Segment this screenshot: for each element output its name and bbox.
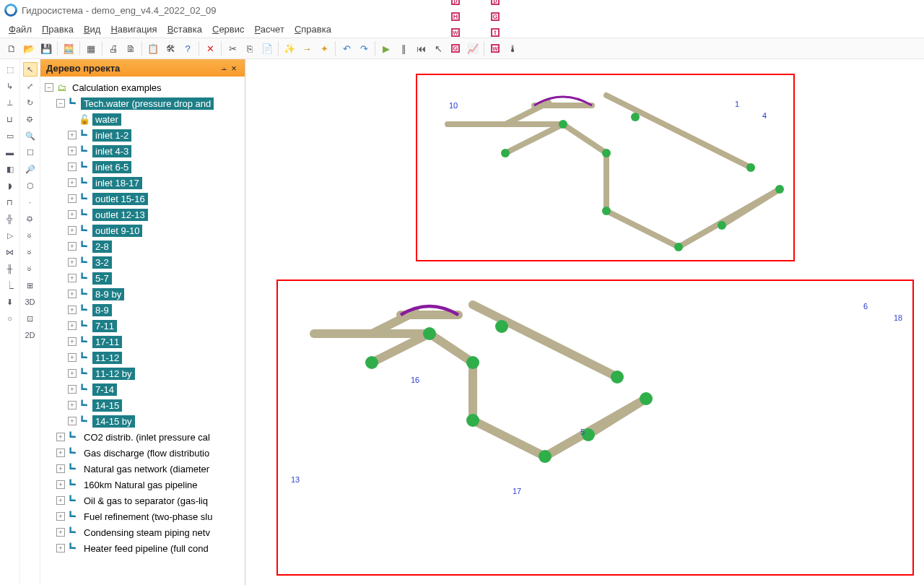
calc-icon[interactable]: 🧮 — [61, 40, 77, 56]
tool-3[interactable]: ⤢ — [23, 79, 38, 93]
chart-icon[interactable]: 📈 — [465, 40, 481, 56]
tool-31[interactable]: ⊡ — [23, 311, 38, 326]
tree-item[interactable]: +┗╸8-9 by — [40, 286, 245, 302]
tree-item[interactable]: +┗╸14-15 — [40, 397, 245, 413]
tool-7[interactable]: ⯐ — [23, 112, 38, 126]
tree-item[interactable]: +┗╸2-8 — [40, 238, 245, 254]
grid-icon[interactable]: ▦ — [83, 40, 99, 56]
tree-item[interactable]: +┗╸Fuel refinement (two-phase slu — [40, 508, 245, 524]
tool-33[interactable]: 2D — [23, 328, 38, 342]
tree-item[interactable]: +┗╸8-9 — [40, 302, 245, 318]
tool-10[interactable]: ▬ — [3, 145, 17, 160]
open-icon[interactable]: 📂 — [21, 40, 37, 56]
save-icon[interactable]: 💾 — [38, 40, 54, 56]
copy-icon[interactable]: 📋 — [145, 40, 161, 56]
tool-16[interactable]: ⊓ — [3, 195, 17, 209]
tool-27[interactable]: ⊞ — [23, 278, 38, 292]
mode-t-button[interactable]: t — [487, 25, 503, 40]
mode-G-button[interactable]: G — [487, 9, 503, 25]
mode-w-button[interactable]: w — [448, 25, 463, 40]
menu-Справка[interactable]: Справка — [295, 24, 331, 35]
tree-item[interactable]: +┗╸11-12 by — [40, 365, 245, 381]
tool-2[interactable]: ↳ — [3, 79, 17, 93]
cut-icon[interactable]: ✂ — [225, 40, 240, 56]
tree-item[interactable]: +┗╸Natural gas network (diameter — [40, 461, 245, 477]
thermo-icon[interactable]: 🌡 — [505, 40, 520, 56]
arrow-icon[interactable]: → — [299, 40, 315, 56]
wand-icon[interactable]: ✨ — [282, 40, 297, 56]
tool-0[interactable]: ⬚ — [3, 62, 17, 77]
tool-32[interactable] — [3, 328, 17, 342]
tree-item[interactable]: +┗╸inlet 4-3 — [40, 143, 245, 159]
viewport-3d[interactable]: 10141661813517 — [245, 59, 924, 585]
tree-item[interactable]: +┗╸7-14 — [40, 381, 245, 397]
tree-item[interactable]: +┗╸inlet 18-17 — [40, 175, 245, 191]
print-icon[interactable]: 🖨 — [105, 40, 121, 56]
menu-Навигация[interactable]: Навигация — [110, 24, 157, 35]
prev-icon[interactable]: ⏮ — [413, 40, 429, 56]
tool-18[interactable]: ╬ — [3, 212, 17, 226]
preview-icon[interactable]: 🗎 — [123, 40, 139, 56]
tool-8[interactable]: ▭ — [3, 129, 17, 143]
tree-item[interactable]: +┗╸Oil & gas to separator (gas-liq — [40, 493, 245, 508]
tree-item[interactable]: +┗╸Gas discharge (flow distributio — [40, 445, 245, 461]
menu-Вид[interactable]: Вид — [84, 24, 101, 35]
tree-item[interactable]: +┗╸inlet 6-5 — [40, 159, 245, 175]
menu-Расчет[interactable]: Расчет — [255, 24, 284, 35]
tool-29[interactable]: 3D — [23, 295, 38, 309]
tree-item[interactable]: +┗╸inlet 1-2 — [40, 127, 245, 143]
tools-icon[interactable]: 🛠 — [162, 40, 178, 56]
help-icon[interactable]: ? — [180, 40, 196, 56]
tree-item[interactable]: +┗╸17-11 — [40, 334, 245, 350]
close-panel-icon[interactable]: × — [229, 63, 239, 74]
tree-item[interactable]: −┗╸Tech.water (pressure drop and — [40, 95, 245, 111]
project-tree[interactable]: −🗂Calculation examples−┗╸Tech.water (pre… — [40, 77, 245, 585]
mode-G-button[interactable]: G — [448, 40, 463, 56]
tool-14[interactable]: ◗ — [3, 178, 17, 193]
mode-H-button[interactable]: H — [448, 9, 463, 25]
cursor-icon[interactable]: ↖ — [430, 40, 446, 56]
tree-item[interactable]: +┗╸outlet 9-10 — [40, 222, 245, 238]
pin-icon[interactable]: ⫠ — [219, 63, 229, 74]
delete-icon[interactable]: ✕ — [202, 40, 218, 56]
tree-item[interactable]: +┗╸Condensing steam piping netv — [40, 524, 245, 540]
undo-icon[interactable]: ↶ — [339, 40, 354, 56]
tree-item[interactable]: +┗╸11-12 — [40, 350, 245, 365]
tool-23[interactable]: ఠ — [23, 245, 38, 259]
tool-13[interactable]: 🔎 — [23, 162, 38, 176]
tool-9[interactable]: 🔍 — [23, 129, 38, 143]
tool-11[interactable]: ☐ — [23, 145, 38, 160]
menu-Файл[interactable]: Файл — [9, 24, 32, 35]
new-icon[interactable]: 🗋 — [4, 40, 19, 56]
tool-30[interactable]: ○ — [3, 311, 17, 326]
copy2-icon[interactable]: ⎘ — [242, 40, 258, 56]
tree-item[interactable]: 🔓water — [40, 111, 245, 127]
mode-w-button[interactable]: w — [487, 40, 503, 56]
tool-25[interactable]: ఠ — [23, 261, 38, 276]
tool-21[interactable]: ఠ — [23, 228, 38, 243]
tool-4[interactable]: ⊥ — [3, 95, 17, 110]
tool-15[interactable]: ⬡ — [23, 178, 38, 193]
tool-28[interactable]: ⬇ — [3, 295, 17, 309]
tree-item[interactable]: +┗╸3-2 — [40, 254, 245, 270]
tool-22[interactable]: ⋈ — [3, 245, 17, 259]
tool-24[interactable]: ╫ — [3, 261, 17, 276]
tree-item[interactable]: +┗╸outlet 15-16 — [40, 191, 245, 207]
tool-1[interactable]: ↖ — [23, 62, 38, 77]
mode-p-button[interactable]: p — [487, 0, 503, 9]
wand2-icon[interactable]: ✦ — [316, 40, 332, 56]
tool-17[interactable]: · — [23, 195, 38, 209]
menu-Сервис[interactable]: Сервис — [212, 24, 245, 35]
tool-19[interactable]: ⯐ — [23, 212, 38, 226]
tool-6[interactable]: ⊔ — [3, 112, 17, 126]
tree-item[interactable]: −🗂Calculation examples — [40, 79, 245, 95]
menu-Вставка[interactable]: Вставка — [167, 24, 202, 35]
redo-icon[interactable]: ↷ — [356, 40, 372, 56]
tree-item[interactable]: +┗╸CO2 distrib. (inlet pressure cal — [40, 429, 245, 445]
pause-icon[interactable]: ‖ — [396, 40, 411, 56]
tree-item[interactable]: +┗╸7-11 — [40, 318, 245, 334]
tool-5[interactable]: ↻ — [23, 95, 38, 110]
menu-Правка[interactable]: Правка — [42, 24, 74, 35]
play-icon[interactable]: ▶ — [378, 40, 394, 56]
mode-p-button[interactable]: p — [448, 0, 463, 9]
